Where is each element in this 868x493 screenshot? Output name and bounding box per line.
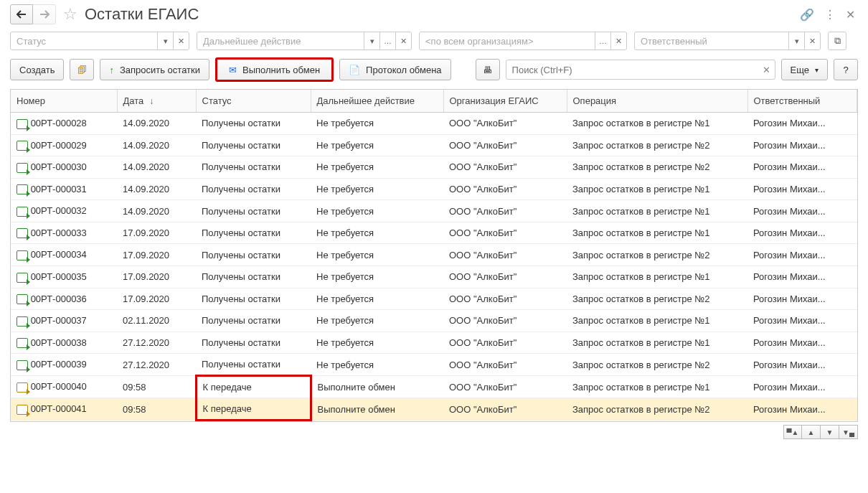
cell-number: 00РТ-000035 (31, 271, 87, 282)
table-row[interactable]: 00РТ-00003827.12.2020Получены остаткиНе … (11, 332, 857, 354)
cell-number: 00РТ-000041 (31, 403, 87, 414)
scroll-down-button[interactable]: ▼ (821, 425, 839, 439)
filter-action[interactable]: Дальнейшее действие ▾ … ✕ (197, 32, 412, 50)
page-title: Остатки ЕГАИС (85, 5, 793, 24)
help-button-label: ? (843, 65, 848, 75)
cell-op: Запрос остатков в регистре №1 (567, 178, 747, 200)
table-row[interactable]: 00РТ-00003214.09.2020Получены остаткиНе … (11, 200, 857, 222)
cell-action: Не требуется (311, 244, 443, 266)
document-copy-icon: 🗐 (77, 65, 87, 75)
cell-date: 14.09.2020 (117, 134, 196, 156)
scroll-bottom-button[interactable]: ▼▄ (839, 425, 858, 439)
create-button-label: Создать (19, 65, 55, 75)
cell-org: ООО "АлкоБит" (443, 288, 567, 310)
nav-back-button[interactable] (10, 4, 33, 24)
cell-date: 09:58 (117, 398, 196, 421)
favorite-star-icon[interactable]: ☆ (63, 5, 77, 24)
table-row[interactable]: 00РТ-00004009:58К передачеВыполните обме… (11, 376, 857, 398)
cell-resp: Рогозин Михаи... (747, 156, 857, 179)
cell-action: Не требуется (311, 310, 443, 332)
filter-action-clear[interactable]: ✕ (395, 32, 411, 50)
cell-action: Не требуется (311, 288, 443, 310)
filter-org-placeholder: <по всем организациям> (420, 36, 539, 47)
filter-org-more[interactable]: … (595, 32, 610, 50)
table-row[interactable]: 00РТ-00003014.09.2020Получены остаткиНе … (11, 156, 857, 179)
col-header-op[interactable]: Операция (567, 90, 747, 113)
more-menu-icon[interactable]: ⋮ (821, 5, 839, 24)
exchange-button[interactable]: ✉ Выполнить обмен (215, 57, 334, 82)
cell-resp: Рогозин Михаи... (747, 134, 857, 156)
search-input-wrap[interactable]: ✕ (506, 60, 775, 80)
cell-date: 14.09.2020 (117, 178, 196, 200)
chevron-down-icon: ▾ (815, 66, 819, 74)
cell-org: ООО "АлкоБит" (443, 156, 567, 179)
nav-forward-button[interactable] (33, 4, 56, 24)
col-header-resp[interactable]: Ответственный (747, 90, 857, 113)
scroll-up-button[interactable]: ▲ (802, 425, 821, 439)
link-icon[interactable]: 🔗 (797, 5, 817, 24)
cell-date: 14.09.2020 (117, 200, 196, 222)
cell-status: К передаче (196, 376, 311, 398)
search-input[interactable] (511, 64, 763, 76)
help-button[interactable]: ? (834, 59, 858, 80)
cell-number: 00РТ-000028 (31, 118, 87, 128)
more-button[interactable]: Еще ▾ (781, 59, 828, 80)
filter-status[interactable]: Статус ▾ ✕ (10, 32, 189, 50)
cell-resp: Рогозин Михаи... (747, 266, 857, 288)
close-icon[interactable]: ✕ (843, 5, 858, 24)
cell-org: ООО "АлкоБит" (443, 376, 567, 398)
copy-button[interactable]: 🗐 (70, 59, 94, 80)
cell-op: Запрос остатков в регистре №1 (567, 113, 747, 135)
cell-date: 09:58 (117, 376, 196, 398)
balances-table: Номер Дата↓ Статус Дальнейшее действие О… (11, 90, 857, 421)
filter-resp[interactable]: Ответственный ▾ ✕ (634, 32, 821, 50)
print-icon: 🖶 (483, 65, 492, 75)
cell-org: ООО "АлкоБит" (443, 200, 567, 222)
filter-action-placeholder: Дальнейшее действие (197, 36, 307, 47)
document-status-icon (16, 228, 28, 238)
table-row[interactable]: 00РТ-00003702.11.2020Получены остаткиНе … (11, 310, 857, 332)
cell-op: Запрос остатков в регистре №1 (567, 222, 747, 244)
cell-status: Получены остатки (196, 134, 311, 156)
table-row[interactable]: 00РТ-00002814.09.2020Получены остаткиНе … (11, 113, 857, 135)
protocol-button[interactable]: 📄 Протокол обмена (339, 59, 451, 80)
search-clear[interactable]: ✕ (763, 65, 770, 75)
cell-org: ООО "АлкоБит" (443, 134, 567, 156)
table-row[interactable]: 00РТ-00003417.09.2020Получены остаткиНе … (11, 244, 857, 266)
scroll-top-button[interactable]: ▀▲ (783, 425, 802, 439)
cell-number: 00РТ-000040 (31, 381, 87, 392)
cell-op: Запрос остатков в регистре №2 (567, 244, 747, 266)
chevron-down-icon[interactable]: ▾ (364, 32, 379, 50)
cell-date: 02.11.2020 (117, 310, 196, 332)
print-button[interactable]: 🖶 (476, 59, 500, 80)
chevron-down-icon[interactable]: ▾ (157, 32, 173, 50)
cell-number: 00РТ-000036 (31, 294, 87, 304)
table-row[interactable]: 00РТ-00002914.09.2020Получены остаткиНе … (11, 134, 857, 156)
table-row[interactable]: 00РТ-00004109:58К передачеВыполните обме… (11, 398, 857, 421)
col-header-date[interactable]: Дата↓ (117, 90, 196, 113)
document-status-icon (16, 360, 28, 370)
cell-status: К передаче (196, 398, 311, 421)
filter-org-clear[interactable]: ✕ (610, 32, 626, 50)
arrow-up-icon: ↑ (109, 65, 114, 75)
create-button[interactable]: Создать (10, 59, 64, 80)
table-row[interactable]: 00РТ-00003617.09.2020Получены остаткиНе … (11, 288, 857, 310)
filter-org[interactable]: <по всем организациям> … ✕ (419, 32, 627, 50)
cell-date: 14.09.2020 (117, 156, 196, 179)
col-header-org[interactable]: Организация ЕГАИС (443, 90, 567, 113)
expand-filters-button[interactable]: ⧉ (828, 32, 846, 50)
col-header-number[interactable]: Номер (11, 90, 117, 113)
filter-resp-clear[interactable]: ✕ (804, 32, 820, 50)
chevron-down-icon[interactable]: ▾ (788, 32, 804, 50)
table-row[interactable]: 00РТ-00003317.09.2020Получены остаткиНе … (11, 222, 857, 244)
col-header-status[interactable]: Статус (196, 90, 311, 113)
table-row[interactable]: 00РТ-00003517.09.2020Получены остаткиНе … (11, 266, 857, 288)
filter-action-more[interactable]: … (379, 32, 395, 50)
col-header-action[interactable]: Дальнейшее действие (311, 90, 443, 113)
table-row[interactable]: 00РТ-00003927.12.2020Получены остаткиНе … (11, 354, 857, 376)
cell-op: Запрос остатков в регистре №1 (567, 376, 747, 398)
filter-status-clear[interactable]: ✕ (173, 32, 189, 50)
table-row[interactable]: 00РТ-00003114.09.2020Получены остаткиНе … (11, 178, 857, 200)
cell-org: ООО "АлкоБит" (443, 113, 567, 135)
request-balances-button[interactable]: ↑ Запросить остатки (100, 59, 209, 80)
